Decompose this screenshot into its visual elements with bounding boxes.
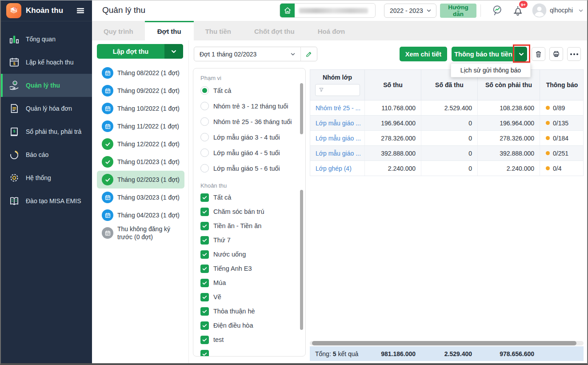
tab-dot-thu[interactable]: Đợt thu <box>145 21 194 40</box>
column-header-thong-bao[interactable]: Thông báo <box>540 70 584 100</box>
class-group-link[interactable]: Lớp mẫu giáo ... <box>310 131 365 145</box>
chevron-down-icon <box>518 51 525 58</box>
fee-checkbox[interactable]: Thỏa thuận hè <box>193 304 305 318</box>
tab-hoa-don[interactable]: Hoá đơn <box>306 21 357 40</box>
fee-checkbox[interactable]: Tất cả <box>193 190 305 205</box>
summary-so-da-thu: 2.529.400 <box>421 350 477 357</box>
month-item[interactable]: Tháng 10/2022 (1 đợt) <box>97 100 184 117</box>
column-header-nhom-lop[interactable]: Nhóm lớp <box>310 70 365 100</box>
avatar[interactable] <box>532 3 547 18</box>
print-button[interactable] <box>549 47 563 61</box>
class-group-link[interactable]: Lớp mẫu giáo ... <box>310 146 365 160</box>
fee-checkbox-partial[interactable] <box>193 347 305 357</box>
scope-radio[interactable]: Lớp mẫu giáo 5 - 6 tuổi <box>193 160 305 176</box>
class-group-link[interactable]: Nhóm trẻ 25 - ... <box>310 100 365 115</box>
sidebar-item-quan-ly-thu[interactable]: $Quản lý thu <box>1 74 92 97</box>
search-analytics-icon[interactable] <box>491 4 504 17</box>
sidebar-item-lap-ke-hoach-thu[interactable]: $Lập kế hoạch thu <box>1 51 92 74</box>
so-con-phai-thu-cell: 196.964.000 <box>478 116 540 130</box>
column-header-so-thu[interactable]: Số thu <box>365 70 421 100</box>
fee-checkbox[interactable]: Tiếng Anh E3 <box>193 261 305 276</box>
school-year-select[interactable]: 2022 - 2023 <box>384 4 436 18</box>
month-item[interactable]: Tháng 12/2022 (1 đợt) <box>97 135 184 153</box>
scope-radio[interactable]: Nhóm trẻ 3 - 12 tháng tuổi <box>193 98 305 114</box>
tab-quy-trinh[interactable]: Quy trình <box>92 21 145 40</box>
fee-checkbox[interactable]: Thứ 7 <box>193 233 305 247</box>
summary-so-con-phai-thu: 978.656.600 <box>477 350 540 357</box>
table-row: Lớp mẫu giáo ...196.964.0000196.964.0000… <box>310 116 584 131</box>
sidebar-item-bao-cao[interactable]: Báo cáo <box>1 143 92 166</box>
fee-checkbox[interactable]: Tiền ăn - Tiền ăn <box>193 219 305 233</box>
month-item[interactable]: Tháng 03/2023 (1 đợt) <box>97 189 184 206</box>
sidebar-item-dao-tao-misa-emis[interactable]: Đào tạo MISA EMIS <box>1 189 92 213</box>
fee-checkbox[interactable]: test <box>193 333 305 347</box>
scope-scrollbar[interactable] <box>300 83 303 134</box>
month-item[interactable]: Thu không đăng ký trước (0 đợt) <box>97 224 184 242</box>
fee-checkbox[interactable]: Vẽ <box>193 290 305 304</box>
check-circle-icon <box>102 156 113 168</box>
table-body: Nhóm trẻ 25 - ...110.768.0002.529.400108… <box>310 100 584 176</box>
month-item[interactable]: Tháng 11/2022 (1 đợt) <box>97 117 184 135</box>
scope-radio[interactable]: Lớp mẫu giáo 4 - 5 tuổi <box>193 145 305 160</box>
checkbox-checked-icon <box>200 336 209 344</box>
so-da-thu-cell: 0 <box>421 161 478 176</box>
ledger-icon: $ <box>8 125 20 138</box>
class-group-link[interactable]: Lớp ghép (4) <box>310 161 365 176</box>
tab-chot-dot-thu[interactable]: Chốt đợt thu <box>243 21 306 40</box>
tab-thu-tien[interactable]: Thu tiền <box>194 21 243 40</box>
edit-batch-button[interactable] <box>300 47 317 61</box>
fee-checkbox[interactable]: Nước uống <box>193 247 305 261</box>
month-item[interactable]: Tháng 09/2022 (1 đợt) <box>97 82 184 100</box>
scope-radio[interactable]: Lớp mẫu giáo 3 - 4 tuổi <box>193 129 305 145</box>
more-actions-button[interactable] <box>567 47 581 61</box>
fee-checkbox[interactable]: Điện điều hòa <box>193 318 305 333</box>
chevron-down-icon[interactable] <box>164 44 183 59</box>
username[interactable]: qlhocphi <box>550 7 573 14</box>
checkbox-checked-icon <box>200 307 209 316</box>
notify-button[interactable]: Thông báo thu tiền <box>452 47 515 61</box>
fee-checkbox-label: Nước uống <box>213 251 246 258</box>
fees-scrollbar[interactable] <box>300 190 303 330</box>
column-filter-input[interactable] <box>315 84 360 96</box>
column-header-label: Nhóm lớp <box>323 74 352 81</box>
notify-dropdown-toggle[interactable] <box>515 47 527 61</box>
month-item-label: Tháng 08/2022 (1 đợt) <box>117 69 180 77</box>
month-item[interactable]: Tháng 02/2023 (1 đợt) <box>97 171 184 189</box>
fee-checkbox[interactable]: Chăm sóc bán trú <box>193 205 305 219</box>
gear-icon <box>8 172 20 184</box>
scope-radio[interactable]: Tất cả <box>193 83 305 98</box>
fee-list: Tất cảChăm sóc bán trúTiền ăn - Tiền ănT… <box>193 190 305 357</box>
school-name-redacted <box>295 4 375 17</box>
horizontal-scrollbar-thumb[interactable] <box>312 341 576 345</box>
batch-control: Đợt 1 tháng 02/2023 <box>194 47 317 61</box>
sidebar-item-quan-ly-hoa-don[interactable]: Quản lý hóa đơn <box>1 97 92 120</box>
sidebar-item-label: Hệ thống <box>26 174 51 181</box>
sidebar-item-tong-quan[interactable]: Tổng quan <box>1 28 92 51</box>
month-item[interactable]: Tháng 01/2023 (1 đợt) <box>97 153 184 171</box>
class-group-link[interactable]: Lớp mẫu giáo ... <box>310 116 365 130</box>
dropdown-menu-item[interactable]: Lịch sử gửi thông báo <box>451 63 531 77</box>
calendar-icon <box>102 192 113 203</box>
fee-checkbox[interactable]: Múa <box>193 276 305 290</box>
table-row: Nhóm trẻ 25 - ...110.768.0002.529.400108… <box>310 100 584 116</box>
view-detail-button[interactable]: Xem chi tiết <box>400 47 447 61</box>
chevron-down-icon[interactable] <box>578 8 584 14</box>
checkbox-checked-icon <box>200 350 209 357</box>
batch-select[interactable]: Đợt 1 tháng 02/2023 <box>194 47 300 61</box>
scope-radio[interactable]: Nhóm trẻ 25 - 36 tháng tuổi <box>193 114 305 129</box>
thong-bao-cell: 0/251 <box>540 146 584 160</box>
scope-radio-label: Tất cả <box>213 87 231 94</box>
guide-button[interactable]: Hướng dẫn <box>440 4 476 18</box>
sidebar-item-he-thong[interactable]: Hệ thống <box>1 166 92 189</box>
month-item[interactable]: Tháng 04/2023 (1 đợt) <box>97 206 184 224</box>
fee-checkbox-label: Tất cả <box>213 194 231 201</box>
school-selector[interactable] <box>280 3 376 18</box>
scope-radio-label: Lớp mẫu giáo 3 - 4 tuổi <box>213 134 280 141</box>
sidebar-item-so-phai-thu-phai-tra[interactable]: $Sổ phải thu, phải trả <box>1 120 92 143</box>
delete-button[interactable] <box>532 47 545 61</box>
so-thu-cell: 278.326.000 <box>365 131 421 145</box>
radio-icon <box>200 102 209 110</box>
create-batch-button[interactable]: Lập đợt thu <box>97 44 183 59</box>
hamburger-menu-icon[interactable] <box>75 5 86 16</box>
month-item[interactable]: Tháng 08/2022 (1 đợt) <box>97 64 184 82</box>
